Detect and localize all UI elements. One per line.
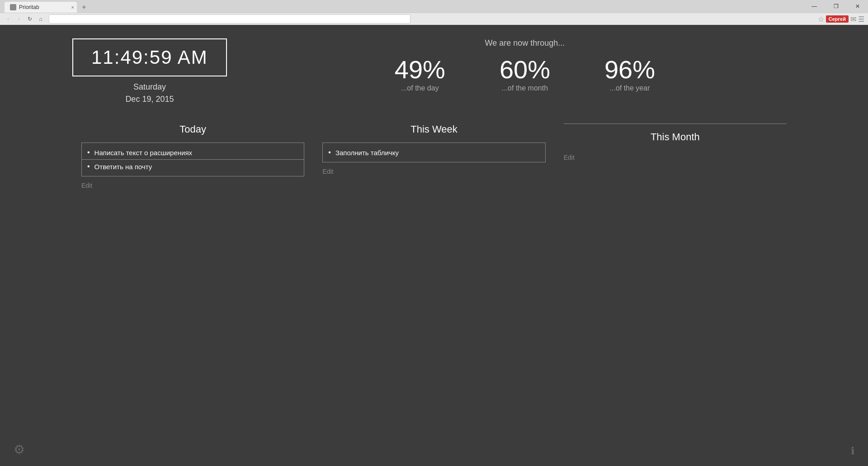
browser-toolbar: ‹ › ↻ ⌂ ☆ Сергей ✉ ☰ — [0, 13, 868, 25]
this-month-column: This Month Edit — [555, 124, 796, 161]
year-percent: 96% — [604, 57, 655, 82]
info-icon[interactable]: ℹ — [851, 445, 854, 456]
bottom-left-area: ⚙ — [14, 442, 25, 457]
month-label-text: ...of the month — [502, 84, 548, 92]
list-item: • Заполнить табличку — [323, 146, 545, 159]
clock-section: 11:49:59 AM Saturday Dec 19, 2015 — [72, 38, 227, 105]
bottom-right-area: ℹ — [851, 445, 854, 457]
reload-button[interactable]: ↻ — [25, 14, 34, 24]
bullet-icon: • — [87, 162, 90, 171]
task-text: Ответить на почту — [94, 163, 152, 171]
home-button[interactable]: ⌂ — [36, 14, 45, 24]
tasks-section: Today • Написать текст о расширениях • О… — [72, 124, 796, 189]
date-label: Dec 19, 2015 — [125, 93, 174, 105]
list-item: • Ответить на почту — [82, 160, 304, 173]
task-text: Написать текст о расширениях — [94, 149, 192, 157]
bullet-icon: • — [87, 148, 90, 157]
this-week-edit-button[interactable]: Edit — [322, 168, 333, 175]
main-content: 11:49:59 AM Saturday Dec 19, 2015 We are… — [0, 25, 868, 466]
browser-chrome: Prioritab × + — ❐ ✕ ‹ › ↻ ⌂ ☆ Сергей ✉ ☰ — [0, 0, 868, 25]
progress-item-day: 49% ...of the day — [395, 57, 445, 92]
progress-item-year: 96% ...of the year — [604, 57, 655, 92]
month-percent: 60% — [500, 57, 550, 82]
progress-section: We are now through... 49% ...of the day … — [227, 38, 796, 92]
minimize-button[interactable]: — — [804, 0, 825, 13]
today-task-list: • Написать текст о расширениях • Ответит… — [81, 143, 304, 176]
address-input[interactable] — [52, 16, 407, 22]
this-month-title: This Month — [651, 131, 700, 143]
settings-icon[interactable]: ⚙ — [14, 442, 25, 457]
bullet-icon: • — [328, 148, 331, 157]
this-week-task-list: • Заполнить табличку — [322, 143, 545, 162]
this-week-title: This Week — [410, 124, 458, 135]
this-month-edit-button[interactable]: Edit — [564, 154, 575, 161]
this-month-divider — [564, 124, 787, 124]
today-column: Today • Написать текст о расширениях • О… — [72, 124, 313, 189]
day-label-text: ...of the day — [401, 84, 439, 92]
tab-favicon — [10, 4, 16, 10]
day-percent: 49% — [395, 57, 445, 82]
window-controls: — ❐ ✕ — [804, 0, 868, 13]
browser-actions: ☆ Сергей ✉ ☰ — [818, 15, 864, 24]
tab-close-button[interactable]: × — [71, 5, 74, 10]
close-button[interactable]: ✕ — [847, 0, 868, 13]
clock-display: 11:49:59 AM — [72, 38, 227, 76]
list-item: • Написать текст о расширениях — [82, 146, 304, 160]
progress-item-month: 60% ...of the month — [500, 57, 550, 92]
browser-tab[interactable]: Prioritab × — [5, 2, 77, 13]
today-title: Today — [179, 124, 206, 135]
user-profile-button[interactable]: Сергей — [826, 15, 849, 23]
new-tab-button[interactable]: + — [79, 2, 90, 13]
this-week-column: This Week • Заполнить табличку Edit — [313, 124, 554, 175]
address-bar[interactable] — [49, 14, 410, 24]
day-label: Saturday — [125, 81, 174, 93]
extensions-icon[interactable]: ✉ — [850, 15, 856, 24]
top-section: 11:49:59 AM Saturday Dec 19, 2015 We are… — [72, 38, 796, 105]
progress-items: 49% ...of the day 60% ...of the month 96… — [395, 57, 655, 92]
year-label-text: ...of the year — [610, 84, 650, 92]
menu-icon[interactable]: ☰ — [858, 15, 864, 24]
today-edit-button[interactable]: Edit — [81, 182, 92, 189]
forward-button[interactable]: › — [14, 14, 24, 24]
back-button[interactable]: ‹ — [4, 14, 13, 24]
bookmark-star-icon[interactable]: ☆ — [818, 15, 824, 24]
date-display: Saturday Dec 19, 2015 — [125, 81, 174, 105]
restore-button[interactable]: ❐ — [826, 0, 846, 13]
progress-header: We are now through... — [485, 38, 565, 48]
tab-title: Prioritab — [19, 4, 39, 10]
task-text: Заполнить табличку — [335, 149, 399, 157]
